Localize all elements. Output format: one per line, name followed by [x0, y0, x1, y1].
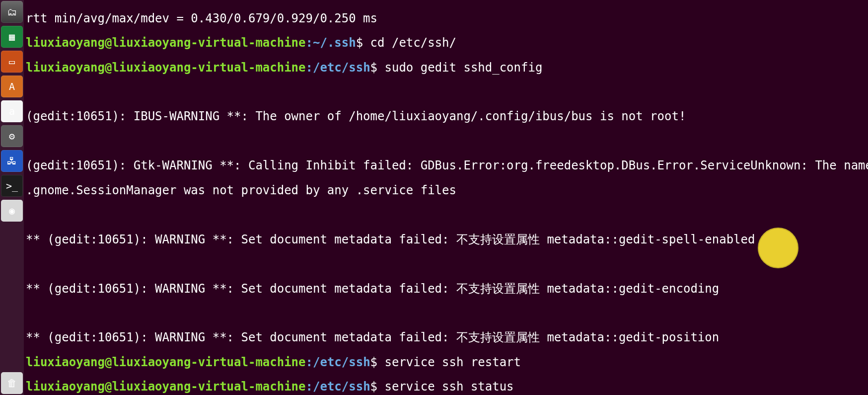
prompt-sep: $ — [370, 61, 385, 75]
output-line: (gedit:10651): Gtk-WARNING **: Calling I… — [26, 159, 866, 172]
network-icon[interactable]: 🖧 — [1, 150, 23, 172]
prompt-user: liuxiaoyang@liuxiaoyang-virtual-machine — [26, 380, 306, 394]
output-line: rtt min/avg/max/mdev = 0.430/0.679/0.929… — [26, 12, 866, 25]
trash-icon[interactable]: 🗑 — [1, 372, 23, 394]
prompt-sep: $ — [356, 36, 370, 50]
prompt-line: liuxiaoyang@liuxiaoyang-virtual-machine:… — [26, 62, 866, 74]
desktop: 🗂 ▦ ▭ A a ⚙ 🖧 >_ ◉ 🗑 rtt min/avg/max/mde… — [0, 0, 868, 395]
blank-line — [26, 86, 866, 98]
blank-line — [26, 209, 866, 221]
disc-icon[interactable]: ◉ — [1, 200, 23, 222]
terminal-window[interactable]: rtt min/avg/max/mdev = 0.430/0.679/0.929… — [24, 0, 868, 395]
output-line: ** (gedit:10651): WARNING **: Set docume… — [26, 331, 866, 344]
command-text: service ssh status — [384, 380, 513, 394]
output-line: (gedit:10651): IBUS-WARNING **: The owne… — [26, 110, 866, 123]
launcher: 🗂 ▦ ▭ A a ⚙ 🖧 >_ ◉ 🗑 — [0, 0, 24, 395]
files-icon[interactable]: 🗂 — [1, 1, 23, 23]
annotation-highlight-icon — [758, 228, 798, 268]
prompt-cwd: :~/.ssh — [306, 36, 356, 50]
blank-line — [26, 258, 866, 270]
command-text: cd /etc/ssh/ — [370, 36, 456, 50]
software-icon[interactable]: A — [1, 76, 23, 97]
prompt-sep: $ — [370, 355, 385, 369]
prompt-line: liuxiaoyang@liuxiaoyang-virtual-machine:… — [26, 381, 866, 393]
blank-line — [26, 135, 866, 148]
calc-icon[interactable]: ▦ — [1, 26, 23, 48]
output-line: ** (gedit:10651): WARNING **: Set docume… — [26, 234, 866, 246]
prompt-user: liuxiaoyang@liuxiaoyang-virtual-machine — [26, 61, 306, 75]
prompt-user: liuxiaoyang@liuxiaoyang-virtual-machine — [26, 36, 306, 50]
settings-icon[interactable]: ⚙ — [1, 125, 23, 147]
amazon-icon[interactable]: a — [1, 100, 23, 122]
command-text: sudo gedit sshd_config — [384, 61, 542, 75]
prompt-cwd: :/etc/ssh — [306, 355, 370, 369]
prompt-line: liuxiaoyang@liuxiaoyang-virtual-machine:… — [26, 356, 866, 369]
prompt-cwd: :/etc/ssh — [306, 380, 370, 394]
blank-line — [26, 307, 866, 319]
prompt-user: liuxiaoyang@liuxiaoyang-virtual-machine — [26, 355, 306, 369]
prompt-line: liuxiaoyang@liuxiaoyang-virtual-machine:… — [26, 37, 866, 49]
impress-icon[interactable]: ▭ — [1, 51, 23, 73]
prompt-sep: $ — [370, 380, 385, 394]
terminal-icon[interactable]: >_ — [1, 175, 23, 197]
prompt-cwd: :/etc/ssh — [306, 61, 370, 75]
output-line: .gnome.SessionManager was not provided b… — [26, 184, 866, 197]
output-line: ** (gedit:10651): WARNING **: Set docume… — [26, 283, 866, 295]
command-text: service ssh restart — [384, 355, 521, 369]
